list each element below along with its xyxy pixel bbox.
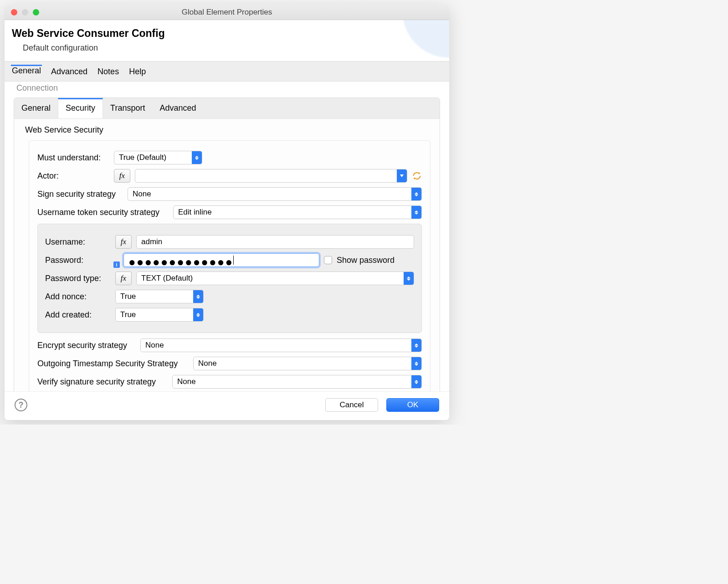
- checkbox-show-password[interactable]: [324, 256, 332, 264]
- row-actor: Actor: fx: [37, 169, 422, 183]
- label-password: Password:: [45, 256, 111, 265]
- footer: ? Cancel OK: [5, 391, 449, 420]
- subtab-security[interactable]: Security: [58, 98, 103, 118]
- label-verify-signature: Verify signature security strategy: [37, 377, 165, 387]
- label-username-token-strategy: Username token security strategy: [37, 208, 166, 217]
- ok-button[interactable]: OK: [386, 398, 439, 412]
- username-token-group: Username: fx admin Password: i ●●●●●●●●●…: [37, 224, 422, 333]
- header-decoration: [358, 20, 449, 70]
- chevron-updown-icon: [411, 357, 421, 370]
- help-button[interactable]: ?: [15, 399, 27, 411]
- fx-button-actor[interactable]: fx: [114, 169, 130, 183]
- minimize-icon[interactable]: [22, 9, 28, 15]
- row-password-type: Password type: fx TEXT (Default): [45, 272, 414, 285]
- info-icon: i: [113, 261, 120, 268]
- label-show-password: Show password: [337, 256, 395, 265]
- label-add-nonce: Add nonce:: [45, 292, 111, 302]
- input-password[interactable]: ●●●●●●●●●●●●●: [123, 253, 319, 267]
- chevron-updown-icon: [411, 206, 421, 219]
- input-username[interactable]: admin: [136, 235, 414, 249]
- row-username: Username: fx admin: [45, 235, 414, 249]
- sub-tabs: General Security Transport Advanced: [14, 98, 440, 119]
- label-encrypt-strategy: Encrypt security strategy: [37, 341, 133, 350]
- select-password-type[interactable]: TEXT (Default): [136, 272, 414, 285]
- select-outgoing-timestamp[interactable]: None: [193, 357, 422, 370]
- tab-help[interactable]: Help: [128, 66, 147, 77]
- tab-advanced[interactable]: Advanced: [50, 66, 88, 77]
- close-icon[interactable]: [11, 9, 17, 15]
- label-must-understand: Must understand:: [37, 153, 109, 163]
- select-must-understand[interactable]: True (Default): [114, 151, 202, 164]
- row-username-token-strategy: Username token security strategy Edit in…: [37, 205, 422, 219]
- subtab-general[interactable]: General: [14, 98, 58, 118]
- dialog-header: Web Service Consumer Config Default conf…: [5, 20, 449, 61]
- label-password-type: Password type:: [45, 274, 111, 283]
- chevron-updown-icon: [192, 151, 202, 164]
- group-title-wss: Web Service Security: [25, 125, 431, 135]
- input-actor[interactable]: [135, 169, 407, 183]
- label-outgoing-timestamp: Outgoing Timestamp Security Strategy: [37, 359, 186, 369]
- select-verify-signature[interactable]: None: [172, 375, 422, 389]
- chevron-updown-icon: [411, 188, 421, 200]
- maximize-icon[interactable]: [33, 9, 39, 15]
- fx-button-password-type[interactable]: fx: [115, 272, 132, 285]
- select-sign-strategy[interactable]: None: [128, 187, 422, 201]
- fx-button-username[interactable]: fx: [115, 235, 132, 249]
- row-verify-signature: Verify signature security strategy None: [37, 375, 422, 389]
- select-add-nonce[interactable]: True: [115, 290, 204, 303]
- chevron-updown-icon: [404, 272, 414, 285]
- chevron-updown-icon: [193, 308, 203, 321]
- content-area: Connection General Security Transport Ad…: [5, 82, 449, 391]
- chevron-down-icon: [397, 169, 407, 182]
- security-panel-body: Web Service Security Must understand: Tr…: [14, 119, 440, 391]
- tab-general[interactable]: General: [11, 65, 42, 77]
- row-add-created: Add created: True: [45, 308, 414, 322]
- traffic-lights: [5, 9, 39, 15]
- select-add-created[interactable]: True: [115, 308, 204, 322]
- subtab-transport[interactable]: Transport: [103, 98, 152, 118]
- row-add-nonce: Add nonce: True: [45, 290, 414, 303]
- titlebar: Global Element Properties: [5, 5, 449, 20]
- row-sign-strategy: Sign security strategy None: [37, 187, 422, 201]
- row-password: Password: i ●●●●●●●●●●●●● Show password: [45, 253, 414, 267]
- label-sign-strategy: Sign security strategy: [37, 190, 120, 199]
- chevron-updown-icon: [193, 290, 203, 303]
- select-encrypt-strategy[interactable]: None: [140, 338, 422, 352]
- label-actor: Actor:: [37, 171, 109, 181]
- chevron-updown-icon: [411, 339, 421, 352]
- tab-notes[interactable]: Notes: [97, 66, 120, 77]
- cancel-button[interactable]: Cancel: [325, 398, 378, 412]
- row-encrypt-strategy: Encrypt security strategy None: [37, 338, 422, 352]
- label-add-created: Add created:: [45, 310, 111, 320]
- refresh-icon[interactable]: [412, 171, 422, 181]
- section-connection: Connection: [12, 82, 442, 97]
- window-title: Global Element Properties: [5, 8, 449, 17]
- row-must-understand: Must understand: True (Default): [37, 151, 422, 164]
- connection-panel: General Security Transport Advanced Web …: [14, 97, 440, 391]
- label-username: Username:: [45, 237, 111, 247]
- dialog-window: Global Element Properties Web Service Co…: [5, 5, 449, 420]
- select-username-token-strategy[interactable]: Edit inline: [173, 205, 422, 219]
- chevron-updown-icon: [411, 375, 421, 388]
- row-outgoing-timestamp: Outgoing Timestamp Security Strategy Non…: [37, 357, 422, 370]
- subtab-advanced[interactable]: Advanced: [152, 98, 203, 118]
